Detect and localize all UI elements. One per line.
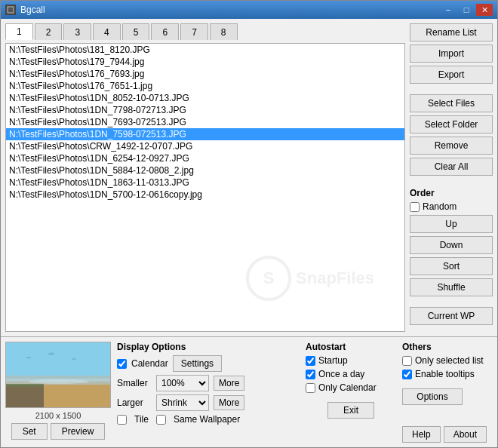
smaller-select[interactable]: 100% 50% 75% 125% 150% [156, 375, 209, 391]
svg-point-10 [29, 379, 89, 384]
only-calendar-label: Only Calendar [318, 382, 377, 393]
svg-rect-9 [44, 385, 111, 408]
up-button[interactable]: Up [410, 215, 493, 233]
select-folder-button[interactable]: Select Folder [410, 115, 493, 133]
tile-checkbox[interactable] [117, 415, 127, 425]
tab-6[interactable]: 6 [151, 23, 179, 40]
only-calendar-row: Only Calendar [306, 382, 396, 393]
random-checkbox[interactable] [410, 202, 420, 212]
set-button[interactable]: Set [11, 423, 48, 440]
select-files-button[interactable]: Select Files [410, 94, 493, 112]
tab-1[interactable]: 1 [5, 23, 33, 40]
smaller-label: Smaller [117, 378, 152, 388]
svg-point-12 [48, 353, 54, 355]
file-item[interactable]: N:\TestFiles\Photos\1DN_7693-072513.JPG [6, 116, 404, 128]
close-button[interactable]: ✕ [476, 4, 493, 16]
file-item[interactable]: N:\TestFiles\Photos\1DN_5700-12-0616copy… [6, 189, 404, 201]
exit-button[interactable]: Exit [327, 402, 374, 419]
enable-tooltips-row: Enable tooltips [402, 369, 493, 379]
once-a-day-checkbox[interactable] [306, 370, 315, 379]
export-button[interactable]: Export [410, 66, 493, 84]
enable-tooltips-label: Enable tooltips [415, 369, 475, 379]
remove-button[interactable]: Remove [410, 137, 493, 155]
settings-button[interactable]: Settings [173, 355, 222, 372]
only-selected-row: Only selected list [402, 355, 493, 366]
sort-button[interactable]: Sort [410, 257, 493, 275]
tab-5[interactable]: 5 [122, 23, 150, 40]
tabs-row: 12345678 [5, 23, 405, 40]
import-button[interactable]: Import [410, 44, 493, 63]
svg-point-11 [26, 357, 31, 358]
larger-row: Larger Shrink Stretch Fit Fill More [117, 394, 300, 411]
display-options: Display Options Calendar Settings Smalle… [117, 342, 300, 443]
larger-label: Larger [117, 397, 152, 408]
svg-rect-1 [8, 8, 13, 12]
about-button[interactable]: About [444, 426, 487, 443]
watermark: S SnapFiles [246, 256, 374, 301]
file-item[interactable]: N:\TestFiles\Photos\1DN_5884-12-0808_2.j… [6, 164, 404, 176]
svg-rect-2 [6, 342, 111, 380]
bottom-panel: 2100 x 1500 Set Preview Display Options … [1, 336, 497, 447]
main-content: 12345678 N:\TestFiles\Photos\181_8120.JP… [1, 19, 497, 336]
file-item[interactable]: N:\TestFiles\Photos\1DN_7798-072713.JPG [6, 104, 404, 116]
tab-8[interactable]: 8 [210, 23, 238, 40]
file-item[interactable]: N:\TestFiles\Photos\179_7944.jpg [6, 56, 404, 68]
once-a-day-row: Once a day [306, 369, 396, 379]
more-larger-button[interactable]: More [214, 395, 244, 410]
file-item[interactable]: N:\TestFiles\Photos\1DN_7598-072513.JPG [6, 128, 404, 140]
svg-point-13 [72, 358, 76, 360]
title-bar-left: Bgcall [5, 5, 45, 15]
larger-select[interactable]: Shrink Stretch Fit Fill [156, 394, 209, 411]
file-item[interactable]: N:\TestFiles\Photos\1DN_6254-12-0927.JPG [6, 152, 404, 164]
calendar-checkbox[interactable] [117, 359, 127, 369]
watermark-text: SnapFiles [296, 268, 374, 288]
same-wallpaper-checkbox[interactable] [156, 415, 166, 425]
help-button[interactable]: Help [402, 426, 441, 443]
enable-tooltips-checkbox[interactable] [402, 370, 412, 379]
preview-button[interactable]: Preview [51, 423, 106, 440]
help-about-row: Help About [402, 411, 493, 443]
tab-2[interactable]: 2 [35, 23, 63, 40]
svg-rect-14 [6, 384, 44, 387]
file-list-container[interactable]: N:\TestFiles\Photos\181_8120.JPGN:\TestF… [5, 43, 405, 332]
file-item[interactable]: N:\TestFiles\Photos\1DN_8052-10-0713.JPG [6, 92, 404, 104]
restore-button[interactable]: □ [458, 4, 475, 16]
file-item[interactable]: N:\TestFiles\Photos\176_7693.jpg [6, 68, 404, 80]
file-item[interactable]: N:\TestFiles\Photos\CRW_1492-12-0707.JPG [6, 140, 404, 152]
clear-all-button[interactable]: Clear All [410, 158, 493, 176]
shuffle-button[interactable]: Shuffle [410, 278, 493, 296]
rename-list-button[interactable]: Rename List [410, 23, 493, 41]
left-panel: 12345678 N:\TestFiles\Photos\181_8120.JP… [5, 23, 405, 332]
startup-label: Startup [318, 355, 348, 366]
app-icon [5, 5, 16, 15]
minimize-button[interactable]: − [440, 4, 456, 16]
display-options-title: Display Options [117, 342, 300, 352]
only-calendar-checkbox[interactable] [306, 383, 315, 393]
others-section: Others Only selected list Enable tooltip… [402, 342, 493, 443]
options-button[interactable]: Options [402, 388, 463, 405]
file-item[interactable]: N:\TestFiles\Photos\176_7651-1.jpg [6, 80, 404, 92]
down-button[interactable]: Down [410, 236, 493, 254]
main-window: Bgcall − □ ✕ 12345678 N:\TestFiles\Photo… [0, 0, 498, 448]
file-item[interactable]: N:\TestFiles\Photos\1DN_1863-11-0313.JPG [6, 176, 404, 189]
title-controls: − □ ✕ [440, 4, 493, 16]
only-selected-checkbox[interactable] [402, 356, 412, 366]
thumbnail-dimensions: 2100 x 1500 [35, 411, 81, 420]
same-wallpaper-label: Same Wallpaper [174, 414, 240, 425]
right-panel: Rename List Import Export Select Files S… [410, 23, 493, 332]
svg-rect-8 [6, 385, 44, 408]
startup-checkbox[interactable] [306, 356, 315, 366]
calendar-label: Calendar [131, 358, 168, 369]
tab-4[interactable]: 4 [93, 23, 121, 40]
more-smaller-button[interactable]: More [214, 376, 244, 391]
random-label: Random [423, 201, 456, 212]
watermark-circle: S [246, 256, 291, 301]
tab-3[interactable]: 3 [63, 23, 91, 40]
startup-row: Startup [306, 355, 396, 366]
window-title: Bgcall [20, 5, 45, 15]
current-wp-button[interactable]: Current WP [410, 307, 493, 325]
file-item[interactable]: N:\TestFiles\Photos\181_8120.JPG [6, 44, 404, 56]
tile-row: Tile Same Wallpaper [117, 414, 300, 425]
tab-7[interactable]: 7 [180, 23, 208, 40]
order-label: Order [410, 188, 493, 198]
